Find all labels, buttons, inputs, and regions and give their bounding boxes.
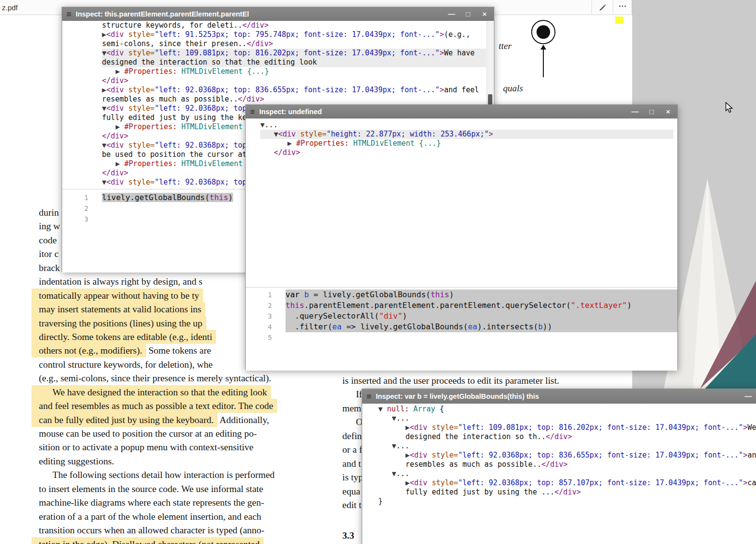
syntax-token: ▼ — [102, 104, 106, 113]
tree-node[interactable]: ▼... — [378, 469, 756, 478]
tree-node[interactable]: </div> — [260, 148, 673, 157]
line-number: 1 — [246, 289, 272, 300]
window-titlebar[interactable]: ≡ Inspect: this.parentElement.parentElem… — [62, 7, 494, 21]
text-segment: Some tokens are — [146, 345, 211, 356]
tree-node[interactable]: </div> — [102, 76, 486, 85]
syntax-token: ) — [228, 193, 233, 202]
syntax-token: <div — [410, 478, 427, 487]
syntax-token: #Properties: — [124, 122, 177, 131]
syntax-token: ▶ — [102, 30, 106, 39]
window-menu-icon[interactable]: ≡ — [67, 10, 71, 18]
maximize-button[interactable]: □ — [464, 7, 472, 21]
syntax-token: => lively.getGlobalBounds( — [342, 322, 468, 331]
more-options-button[interactable]: ... — [613, 0, 632, 15]
line-number: 5 — [246, 332, 272, 343]
text-segment: equa — [342, 486, 360, 496]
syntax-token: <div — [106, 178, 124, 187]
syntax-token: style= — [427, 451, 458, 459]
close-button[interactable]: × — [664, 105, 672, 119]
window-menu-icon[interactable]: ≡ — [250, 108, 255, 116]
tree-node[interactable]: } — [378, 497, 756, 506]
code-content[interactable]: var b = lively.getGlobalBounds(this)this… — [286, 289, 677, 371]
window-title: Inspect: undefined — [259, 108, 627, 116]
tree-node[interactable]: ▼... — [378, 414, 756, 423]
syntax-token: </div> — [102, 132, 128, 140]
text-segment: The following sections detail how intera… — [52, 470, 275, 480]
text-segment: ing w — [39, 221, 60, 231]
highlighted-text: may insert statements at valid locations… — [32, 302, 205, 316]
syntax-token: )) — [543, 322, 552, 331]
tree-node[interactable]: ▼... — [378, 442, 756, 451]
minimize-button[interactable]: — — [448, 7, 455, 21]
ellipsis-icon: ... — [619, 0, 626, 9]
syntax-token: </div> — [274, 148, 300, 157]
syntax-token: ▶ — [287, 139, 296, 148]
syntax-token: <div — [410, 423, 427, 432]
tree-node[interactable]: ▼<div style="left: 109.081px; top: 816.2… — [102, 49, 486, 67]
object-tree[interactable]: ▼ null: Array {▼...▶<div style="left: 10… — [362, 404, 756, 544]
syntax-token: ▼ — [392, 469, 396, 478]
diagram-label-top: tter — [499, 41, 511, 51]
text-segment: control structure keywords, for deletion… — [39, 359, 213, 370]
line-number: 2 — [246, 300, 272, 311]
syntax-token: "left: 92.0368px; top: 836.655px; font-s… — [154, 85, 439, 94]
code-editor[interactable]: 12345 var b = lively.getGlobalBounds(thi… — [246, 287, 677, 371]
tree-node[interactable]: ▶ #Properties: HTMLDivElement {...} — [260, 139, 673, 148]
edit-pencil-button[interactable] — [591, 0, 613, 15]
pdf-text-line: editing suggestions. — [39, 455, 318, 468]
syntax-token: </div> — [238, 95, 264, 103]
tree-node[interactable]: ▶<div style="left: 109.081px; top: 816.2… — [378, 423, 756, 442]
syntax-token: </div> — [242, 21, 269, 30]
pdf-text-line: mouse can be used to position the cursor… — [39, 427, 318, 441]
line-number: 3 — [246, 311, 272, 322]
line-numbers: 12345 — [246, 289, 286, 371]
syntax-token: </div> — [541, 460, 568, 469]
window-titlebar[interactable]: ≡ Inspect: undefined — □ × — [246, 105, 677, 119]
highlighted-text: tation in the edge). Disallowed characte… — [32, 537, 264, 544]
pdf-text-line: (e.g., semi-colons, since their presence… — [39, 372, 318, 385]
inspector-window-undefined: ≡ Inspect: undefined — □ × ▼...▼<div sty… — [245, 104, 678, 370]
window-titlebar[interactable]: ≡ Inspect: var b = lively.getGlobalBound… — [362, 389, 756, 404]
syntax-token: ... — [265, 120, 278, 129]
tree-node[interactable]: ▶<div style="left: 91.5253px; top: 795.7… — [102, 30, 486, 49]
text-segment: or a f — [342, 444, 362, 455]
tree-node[interactable]: ▶<div style="left: 92.0368px; top: 836.6… — [378, 451, 756, 469]
syntax-token: ▶ — [405, 478, 410, 487]
tree-node[interactable]: ▼<div style="height: 22.877px; width: 25… — [260, 130, 673, 139]
pdf-text-line: eration of a a part of the whole element… — [39, 510, 318, 524]
code-line[interactable] — [286, 332, 677, 343]
tree-node[interactable]: ▶<div style="left: 92.0368px; top: 836.6… — [102, 85, 486, 104]
close-button[interactable]: × — [481, 7, 488, 21]
window-menu-icon[interactable]: ≡ — [367, 392, 371, 401]
code-line[interactable]: .querySelectorAll("div") — [286, 311, 677, 322]
maximize-button[interactable]: □ — [648, 105, 655, 119]
code-line[interactable]: .filter(ea => lively.getGlobalBounds(ea)… — [286, 322, 677, 332]
window-title: Inspect: var b = lively.getGlobalBounds(… — [376, 392, 740, 400]
text-segment: editing suggestions. — [39, 456, 114, 466]
text-segment: mouse can be used to position the cursor… — [39, 428, 257, 439]
minimize-button[interactable]: — — [631, 105, 639, 119]
diagram-final-state-dot — [537, 25, 550, 39]
pdf-text-line: and feel resembles as much as possible a… — [39, 399, 318, 413]
code-line[interactable]: var b = lively.getGlobalBounds(this) — [286, 289, 677, 300]
tree-node[interactable]: ▶<div style="left: 92.0368px; top: 857.1… — [378, 478, 756, 497]
syntax-token: ... — [396, 442, 409, 450]
syntax-token: style= — [124, 104, 154, 113]
tree-node[interactable]: ▼ null: Array { — [378, 405, 756, 414]
syntax-token: ▶ — [116, 159, 124, 168]
text-segment: eration of a a part of the whole element… — [39, 511, 261, 522]
dom-tree[interactable]: ▼...▼<div style="height: 22.877px; width… — [246, 119, 677, 287]
tree-node[interactable]: structure keywords, for deleti..</div> — [102, 21, 486, 30]
syntax-token — [300, 290, 304, 299]
pdf-text-line: We have designed the interaction so that… — [39, 386, 318, 399]
tree-node[interactable]: ▼... — [260, 120, 673, 130]
code-line[interactable]: this.parentElement.parentElement.parentE… — [286, 300, 677, 311]
minimize-button[interactable]: — — [744, 390, 752, 403]
syntax-token: structure keywords, for deleti.. — [102, 21, 242, 30]
window-title: Inspect: this.parentElement.parentElemen… — [76, 10, 443, 18]
highlighted-text: tomatically appear without having to be … — [32, 289, 203, 303]
tree-node[interactable]: ▶ #Properties: HTMLDivElement {...} — [102, 67, 486, 76]
inspector-window-bounds-array: ≡ Inspect: var b = lively.getGlobalBound… — [362, 389, 756, 544]
syntax-token: > — [489, 130, 493, 138]
syntax-token: <div — [106, 30, 124, 39]
